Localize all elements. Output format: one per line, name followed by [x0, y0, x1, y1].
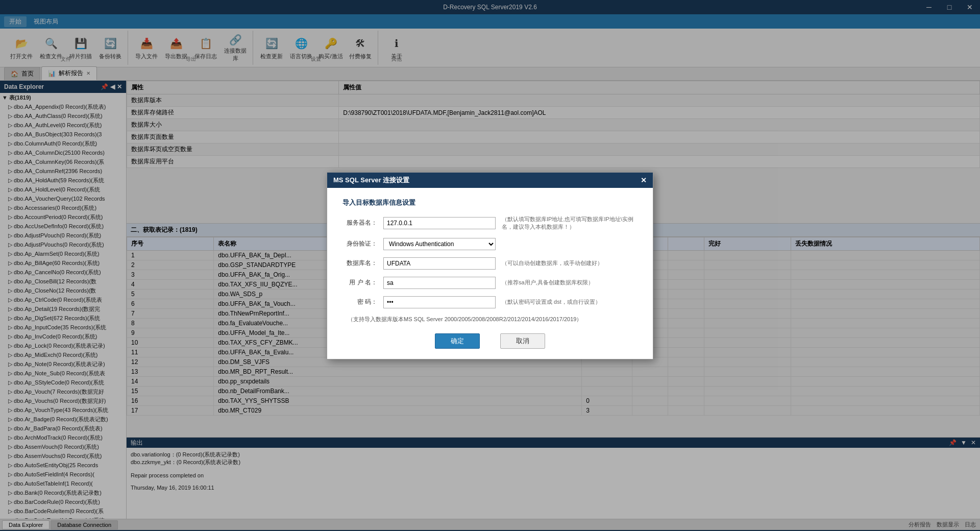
modal-section-title: 导入目标数据库信息设置 — [342, 198, 638, 207]
modal-buttons: 确定 取消 — [342, 333, 638, 349]
server-hint: （默认填写数据库IP地址,也可填写数据库IP地址\实例名，建议导入本机数据库！） — [502, 215, 638, 231]
auth-select[interactable]: Windows Authentication SQL Server Authen… — [383, 238, 496, 250]
form-label-password: 密 码： — [342, 298, 383, 306]
cancel-button[interactable]: 取消 — [500, 333, 545, 349]
username-hint: （推荐sa用户,具备创建数据库权限） — [502, 279, 638, 286]
modal-dialog: MS SQL Server 连接设置 ✕ 导入目标数据库信息设置 服务器名： （… — [327, 172, 653, 359]
server-input[interactable] — [383, 217, 496, 229]
form-label-auth: 身份验证： — [342, 239, 383, 248]
dbname-hint: （可以自动创建数据库，或手动创建好） — [502, 259, 638, 267]
form-label-dbname: 数据库名： — [342, 259, 383, 268]
form-row-server: 服务器名： （默认填写数据库IP地址,也可填写数据库IP地址\实例名，建议导入本… — [342, 215, 638, 231]
modal-overlay: MS SQL Server 连接设置 ✕ 导入目标数据库信息设置 服务器名： （… — [0, 0, 980, 531]
form-row-auth: 身份验证： Windows Authentication SQL Server … — [342, 238, 638, 250]
form-row-password: 密 码： （默认密码可设置成 dst，或自行设置） — [342, 296, 638, 308]
form-row-username: 用 户 名： （推荐sa用户,具备创建数据库权限） — [342, 277, 638, 289]
form-row-dbname: 数据库名： （可以自动创建数据库，或手动创建好） — [342, 257, 638, 270]
modal-note: （支持导入数据库版本MS SQL Server 2000/2005/2008/2… — [342, 316, 638, 323]
modal-title-bar: MS SQL Server 连接设置 ✕ — [327, 173, 653, 188]
password-input[interactable] — [383, 296, 496, 308]
dbname-input[interactable] — [383, 257, 496, 270]
password-hint: （默认密码可设置成 dst，或自行设置） — [502, 298, 638, 306]
form-label-server: 服务器名： — [342, 219, 383, 227]
confirm-button[interactable]: 确定 — [435, 333, 480, 349]
username-input[interactable] — [383, 277, 496, 289]
modal-body: 导入目标数据库信息设置 服务器名： （默认填写数据库IP地址,也可填写数据库IP… — [327, 188, 653, 359]
form-label-username: 用 户 名： — [342, 278, 383, 287]
modal-close-button[interactable]: ✕ — [641, 176, 647, 184]
modal-title-text: MS SQL Server 连接设置 — [333, 176, 409, 185]
